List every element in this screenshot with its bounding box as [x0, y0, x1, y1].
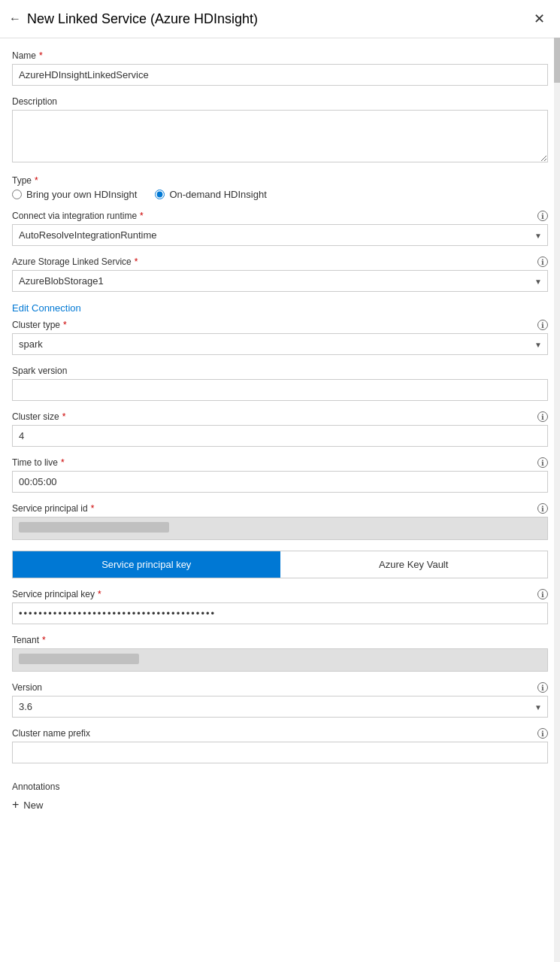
cluster-name-prefix-field-group: Cluster name prefix ℹ — [12, 728, 548, 763]
service-principal-id-info-icon[interactable]: ℹ — [537, 503, 548, 514]
tab-service-principal-key[interactable]: Service principal key — [13, 551, 280, 578]
scrollbar-track — [554, 38, 560, 962]
service-principal-key-required: * — [98, 589, 101, 599]
close-button[interactable]: ✕ — [531, 9, 548, 29]
cluster-size-input[interactable] — [12, 425, 548, 447]
azure-storage-info-icon[interactable]: ℹ — [537, 256, 548, 267]
tenant-required: * — [42, 635, 46, 645]
radio-own-input[interactable] — [12, 190, 22, 199]
azure-storage-select-wrapper: AzureBlobStorage1 ▼ — [12, 270, 548, 292]
cluster-size-required: * — [62, 411, 66, 422]
new-annotation-label: New — [23, 800, 43, 811]
service-principal-key-field-group: Service principal key * ℹ — [12, 589, 548, 624]
panel-body: Name * Description Type * Bring your own… — [0, 38, 560, 962]
cluster-type-required: * — [63, 320, 67, 330]
integration-runtime-required: * — [140, 211, 144, 221]
cluster-name-prefix-input[interactable] — [12, 742, 548, 763]
azure-storage-field-group: Azure Storage Linked Service * ℹ AzureBl… — [12, 256, 548, 292]
type-label: Type * — [12, 175, 548, 186]
cluster-name-prefix-info-icon[interactable]: ℹ — [537, 728, 548, 739]
integration-runtime-select[interactable]: AutoResolveIntegrationRuntime — [12, 224, 548, 246]
description-label: Description — [12, 96, 548, 107]
panel-header: ← New Linked Service (Azure HDInsight) ✕ — [0, 0, 560, 38]
integration-runtime-label-row: Connect via integration runtime * ℹ — [12, 211, 548, 221]
cluster-type-select-wrapper: spark ▼ — [12, 333, 548, 355]
service-principal-key-label-row: Service principal key * ℹ — [12, 589, 548, 599]
tenant-label: Tenant * — [12, 635, 548, 645]
radio-ondemand-hdinsight[interactable]: On-demand HDInsight — [155, 189, 266, 200]
integration-runtime-select-wrapper: AutoResolveIntegrationRuntime ▼ — [12, 224, 548, 246]
time-to-live-field-group: Time to live * ℹ — [12, 457, 548, 493]
service-principal-id-required: * — [91, 503, 95, 514]
cluster-size-label-row: Cluster size * ℹ — [12, 411, 548, 422]
spark-version-field-group: Spark version — [12, 366, 548, 401]
spark-version-input[interactable] — [12, 379, 548, 401]
version-label-row: Version ℹ — [12, 682, 548, 693]
annotations-label: Annotations — [12, 781, 548, 792]
radio-ondemand-input[interactable] — [155, 190, 165, 199]
time-to-live-label-row: Time to live * ℹ — [12, 457, 548, 468]
cluster-type-field-group: Cluster type * ℹ spark ▼ — [12, 320, 548, 355]
cluster-size-field-group: Cluster size * ℹ — [12, 411, 548, 447]
tenant-field-group: Tenant * — [12, 635, 548, 672]
time-to-live-required: * — [61, 457, 65, 468]
version-field-group: Version ℹ 3.6 ▼ — [12, 682, 548, 718]
auth-tab-group: Service principal key Azure Key Vault — [12, 551, 548, 578]
tab-azure-key-vault[interactable]: Azure Key Vault — [280, 551, 548, 578]
service-principal-id-mask — [19, 522, 169, 533]
new-annotation-button[interactable]: + New — [12, 795, 43, 815]
tenant-masked — [12, 648, 548, 672]
cluster-type-info-icon[interactable]: ℹ — [537, 320, 548, 330]
name-input[interactable] — [12, 64, 548, 86]
radio-ondemand-label: On-demand HDInsight — [169, 189, 266, 200]
service-principal-key-info-icon[interactable]: ℹ — [537, 589, 548, 599]
integration-runtime-field-group: Connect via integration runtime * ℹ Auto… — [12, 211, 548, 246]
cluster-type-label-row: Cluster type * ℹ — [12, 320, 548, 330]
service-principal-id-field-group: Service principal id * ℹ — [12, 503, 548, 540]
name-required: * — [39, 50, 43, 61]
type-required: * — [35, 175, 38, 186]
version-select-wrapper: 3.6 ▼ — [12, 696, 548, 718]
plus-icon: + — [12, 798, 19, 812]
cluster-name-prefix-label-row: Cluster name prefix ℹ — [12, 728, 548, 739]
time-to-live-input[interactable] — [12, 471, 548, 493]
edit-connection-link[interactable]: Edit Connection — [12, 302, 81, 314]
cluster-type-select[interactable]: spark — [12, 333, 548, 355]
tenant-mask — [19, 654, 139, 664]
version-select[interactable]: 3.6 — [12, 696, 548, 718]
version-info-icon[interactable]: ℹ — [537, 682, 548, 693]
radio-own-label: Bring your own HDInsight — [26, 189, 137, 200]
type-radio-group: Bring your own HDInsight On-demand HDIns… — [12, 189, 548, 200]
radio-own-hdinsight[interactable]: Bring your own HDInsight — [12, 189, 137, 200]
scrollbar-thumb[interactable] — [554, 38, 560, 83]
panel-title: New Linked Service (Azure HDInsight) — [27, 11, 258, 27]
service-principal-key-input[interactable] — [12, 602, 548, 624]
description-input[interactable] — [12, 110, 548, 162]
spark-version-label: Spark version — [12, 366, 548, 376]
time-to-live-info-icon[interactable]: ℹ — [537, 457, 548, 468]
description-field-group: Description — [12, 96, 548, 165]
service-principal-id-label-row: Service principal id * ℹ — [12, 503, 548, 514]
annotations-section: Annotations + New — [12, 774, 548, 815]
back-arrow-icon[interactable]: ← — [9, 12, 21, 26]
name-label: Name * — [12, 50, 548, 61]
azure-storage-label-row: Azure Storage Linked Service * ℹ — [12, 256, 548, 267]
panel: ← New Linked Service (Azure HDInsight) ✕… — [0, 0, 560, 962]
service-principal-id-masked — [12, 517, 548, 540]
integration-runtime-info-icon[interactable]: ℹ — [537, 211, 548, 221]
type-field-group: Type * Bring your own HDInsight On-deman… — [12, 175, 548, 200]
header-left: ← New Linked Service (Azure HDInsight) — [9, 11, 258, 27]
name-field-group: Name * — [12, 50, 548, 86]
azure-storage-required: * — [135, 256, 138, 267]
cluster-size-info-icon[interactable]: ℹ — [537, 411, 548, 422]
azure-storage-select[interactable]: AzureBlobStorage1 — [12, 270, 548, 292]
